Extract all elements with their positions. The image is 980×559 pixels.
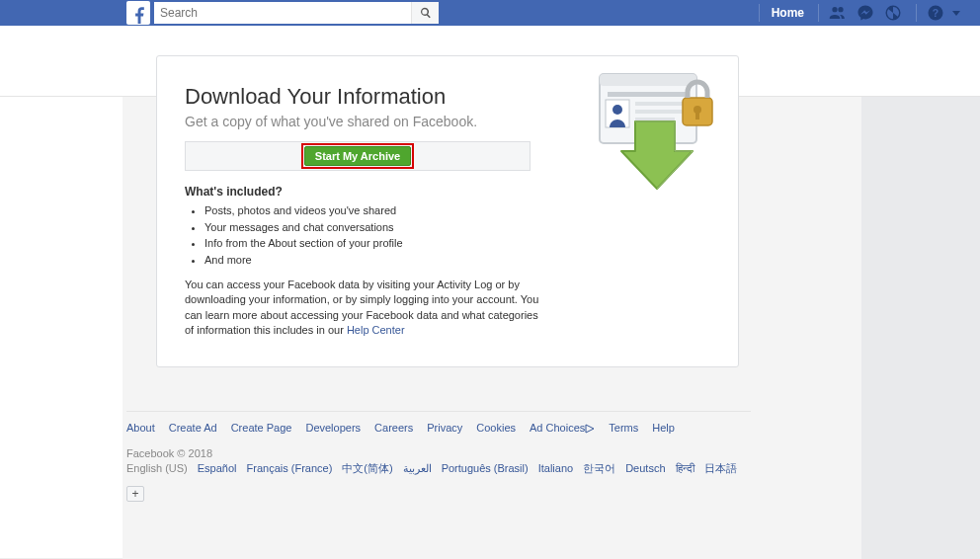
included-list: Posts, photos and videos you've shared Y… [204, 202, 710, 268]
footer-link-create-ad[interactable]: Create Ad [169, 422, 217, 434]
svg-text:?: ? [933, 7, 939, 19]
list-item: Posts, photos and videos you've shared [204, 202, 710, 219]
lang-ko[interactable]: 한국어 [583, 461, 615, 476]
footer-link-about[interactable]: About [126, 422, 155, 434]
lang-hi[interactable]: हिन्दी [676, 462, 694, 475]
lang-de[interactable]: Deutsch [625, 462, 665, 474]
language-row: English (US) Español Français (France) 中… [126, 461, 751, 502]
top-nav-bar: Home ? [0, 0, 980, 26]
lang-zh[interactable]: 中文(简体) [342, 461, 392, 476]
lang-es[interactable]: Español [198, 462, 237, 474]
footer-link-privacy[interactable]: Privacy [427, 422, 462, 434]
footer-link-developers[interactable]: Developers [305, 422, 361, 434]
adchoices-icon [585, 424, 595, 434]
download-illustration-icon [588, 70, 726, 199]
search-container [154, 2, 439, 24]
search-button[interactable] [411, 2, 439, 24]
svg-rect-3 [600, 74, 696, 86]
svg-rect-5 [635, 102, 689, 106]
right-gutter [861, 26, 980, 559]
access-info-text: You can access your Facebook data by vis… [185, 278, 540, 339]
svg-point-9 [612, 105, 622, 115]
svg-rect-12 [695, 112, 699, 120]
svg-rect-4 [608, 92, 689, 97]
footer-link-cookies[interactable]: Cookies [476, 422, 516, 434]
lang-ja[interactable]: 日本語 [704, 461, 737, 476]
search-input[interactable] [154, 2, 411, 24]
download-info-card: Download Your Information Get a copy of … [156, 55, 739, 367]
help-icon[interactable]: ? [927, 4, 944, 22]
copyright-text: Facebook © 2018 [126, 447, 751, 459]
footer-link-careers[interactable]: Careers [374, 422, 413, 434]
list-item: Your messages and chat conversations [204, 219, 710, 236]
help-dropdown-group: ? [916, 4, 960, 22]
footer-link-help[interactable]: Help [652, 422, 675, 434]
list-item: Info from the About section of your prof… [204, 235, 710, 252]
lang-ar[interactable]: العربية [403, 462, 432, 475]
facebook-logo[interactable] [126, 1, 150, 25]
notifications-icon[interactable] [884, 4, 902, 22]
lang-it[interactable]: Italiano [538, 462, 573, 474]
footer-link-ad-choices[interactable]: Ad Choices [530, 422, 595, 434]
friend-requests-icon[interactable] [829, 4, 847, 22]
search-icon [420, 7, 432, 19]
archive-button-row: Start My Archive [185, 141, 531, 171]
more-languages-button[interactable]: + [126, 486, 144, 502]
messenger-icon[interactable] [857, 4, 874, 22]
footer-links: About Create Ad Create Page Developers C… [126, 411, 751, 434]
list-item: And more [204, 252, 710, 269]
lang-fr[interactable]: Français (France) [247, 462, 333, 474]
home-link[interactable]: Home [759, 4, 804, 22]
lang-en[interactable]: English (US) [126, 462, 188, 474]
footer-link-create-page[interactable]: Create Page [231, 422, 292, 434]
help-center-link[interactable]: Help Center [347, 324, 405, 336]
svg-rect-6 [635, 110, 689, 114]
notification-icons [818, 4, 902, 22]
lang-pt[interactable]: Português (Brasil) [442, 462, 529, 474]
start-archive-button[interactable]: Start My Archive [304, 146, 411, 166]
page-footer: About Create Ad Create Page Developers C… [0, 397, 751, 521]
account-dropdown-caret-icon[interactable] [952, 11, 960, 16]
footer-link-terms[interactable]: Terms [609, 422, 638, 434]
highlight-box: Start My Archive [301, 143, 414, 169]
